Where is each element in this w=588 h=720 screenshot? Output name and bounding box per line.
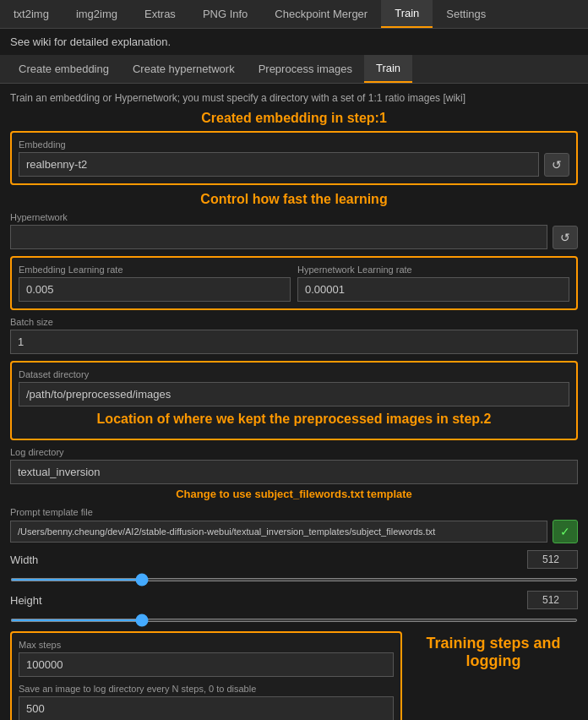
height-label: Height — [10, 594, 42, 607]
log-dir-label: Log directory — [10, 447, 578, 457]
width-value-input[interactable] — [527, 550, 578, 569]
tab-settings[interactable]: Settings — [433, 0, 499, 28]
width-slider[interactable] — [10, 578, 578, 581]
hypernetwork-group: Hypernetwork ↺ — [10, 212, 578, 249]
embedding-refresh-btn[interactable]: ↺ — [544, 153, 569, 177]
height-label-row: Height — [10, 591, 578, 609]
annotation-training-steps: Training steps and logging — [409, 635, 578, 670]
embedding-dropdown-row: realbenny-t2 ↺ — [19, 152, 569, 177]
prompt-file-input[interactable] — [10, 521, 547, 543]
annotation-control-learning: Control how fast the learning — [10, 192, 578, 207]
hypernetwork-lr-input[interactable] — [297, 277, 569, 302]
embedding-select[interactable]: realbenny-t2 — [19, 152, 539, 177]
tab-img2img[interactable]: img2img — [63, 0, 131, 28]
max-steps-input[interactable] — [19, 652, 394, 677]
height-value-input[interactable] — [527, 591, 578, 609]
sub-tab-preprocess-images[interactable]: Preprocess images — [247, 55, 364, 83]
embedding-lr-col: Embedding Learning rate — [19, 265, 291, 302]
annotation-template: Change to use subject_filewords.txt temp… — [10, 488, 578, 500]
prompt-file-row: ✓ — [10, 520, 578, 543]
info-text: Train an embedding or Hypernetwork; you … — [10, 92, 578, 104]
tab-extras[interactable]: Extras — [131, 0, 189, 28]
annotation-location: Location of where we kept the preprocess… — [19, 412, 569, 427]
embedding-label: Embedding — [19, 139, 569, 150]
log-dir-group: Log directory Change to use subject_file… — [10, 447, 578, 500]
dataset-dir-label: Dataset directory — [19, 369, 569, 379]
hypernetwork-refresh-btn[interactable]: ↺ — [553, 226, 578, 249]
width-label: Width — [10, 554, 38, 566]
learning-rate-section: Embedding Learning rate Hypernetwork Lea… — [10, 256, 578, 310]
tab-train[interactable]: Train — [381, 0, 433, 28]
info-bar-text: See wiki for detailed explanation. — [10, 35, 171, 48]
tab-txt2img[interactable]: txt2img — [0, 0, 63, 28]
training-steps-section: Max steps Save an image to log directory… — [10, 631, 402, 720]
prompt-file-label: Prompt template file — [10, 507, 578, 517]
embedding-section: Embedding realbenny-t2 ↺ — [10, 131, 578, 185]
sub-tab-create-hypernetwork[interactable]: Create hypernetwork — [121, 55, 247, 83]
embedding-lr-label: Embedding Learning rate — [19, 265, 291, 275]
batch-size-input[interactable] — [10, 330, 578, 354]
sub-tab-train[interactable]: Train — [364, 55, 412, 83]
hypernetwork-lr-label: Hypernetwork Learning rate — [297, 265, 569, 275]
sub-tab-create-embedding[interactable]: Create embedding — [7, 55, 121, 83]
top-nav: txt2img img2img Extras PNG Info Checkpoi… — [0, 0, 588, 29]
info-bar: See wiki for detailed explanation. — [0, 29, 588, 55]
batch-size-label: Batch size — [10, 317, 578, 327]
save-image-label: Save an image to log directory every N s… — [19, 684, 394, 694]
dataset-dir-section: Dataset directory Location of where we k… — [10, 361, 578, 440]
prompt-file-group: Prompt template file ✓ — [10, 507, 578, 543]
annotation-created-embedding: Created embedding in step:1 — [10, 111, 578, 126]
height-slider-container: Height — [10, 591, 578, 625]
hypernetwork-dropdown-row: ↺ — [10, 225, 578, 249]
log-dir-input[interactable] — [10, 460, 578, 484]
hypernetwork-lr-col: Hypernetwork Learning rate — [297, 265, 569, 302]
width-label-row: Width — [10, 550, 578, 569]
prompt-file-refresh-btn[interactable]: ✓ — [553, 520, 578, 543]
batch-size-group: Batch size — [10, 317, 578, 354]
height-slider[interactable] — [10, 619, 578, 622]
tab-checkpoint-merger[interactable]: Checkpoint Merger — [261, 0, 381, 28]
dataset-dir-input[interactable] — [19, 382, 569, 406]
embedding-lr-input[interactable] — [19, 277, 291, 302]
learning-rate-row: Embedding Learning rate Hypernetwork Lea… — [19, 265, 569, 302]
tab-pnginfo[interactable]: PNG Info — [189, 0, 261, 28]
sub-tabs: Create embedding Create hypernetwork Pre… — [0, 55, 588, 84]
hypernetwork-select[interactable] — [10, 225, 547, 249]
save-image-input[interactable] — [19, 696, 394, 720]
main-content: Train an embedding or Hypernetwork; you … — [0, 84, 588, 720]
max-steps-label: Max steps — [19, 640, 394, 650]
hypernetwork-label: Hypernetwork — [10, 212, 578, 222]
width-slider-container: Width — [10, 550, 578, 584]
